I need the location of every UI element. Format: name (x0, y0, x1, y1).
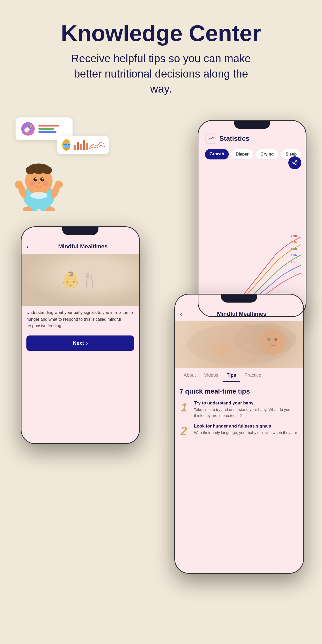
svg-point-37 (274, 338, 277, 341)
svg-point-4 (43, 166, 52, 174)
back-arrow-right[interactable]: ‹ (180, 310, 182, 318)
tip-text-1: Take time to try and understand your bab… (194, 407, 299, 418)
tip-item-1: 1 Try to understand your baby Take time … (180, 401, 299, 418)
next-button[interactable]: Next › (26, 335, 134, 351)
line-red (38, 125, 59, 127)
line-green (38, 128, 54, 130)
bar-2 (77, 142, 79, 150)
phone-mindful-left: ‹ Mindful Mealtimes Understanding what y… (21, 226, 140, 444)
phone-stats: Statistics Growth Diaper Crying Sleep Fo… (198, 120, 306, 317)
svg-point-6 (40, 177, 44, 181)
next-arrow-icon: › (86, 340, 88, 346)
tab-crying[interactable]: Crying (256, 149, 279, 159)
svg-point-16 (30, 192, 47, 199)
svg-text:15th: 15th (291, 254, 297, 257)
phone-mindful-right: ‹ Mindful Mealtimes (174, 294, 304, 574)
tip-text-2: With their body language, your baby tell… (194, 430, 299, 436)
article-tabs: About Videos Tips Practice (174, 369, 304, 382)
phone-notch-stats (234, 120, 270, 129)
tip-heading-2: Look for hunger and fullness signals (194, 424, 299, 429)
line-blue (38, 131, 56, 133)
page-subtitle: Receive helpful tips so you can make bet… (70, 51, 252, 97)
article-nav-right: ‹ Mindful Mealtimes (174, 307, 304, 321)
svg-point-41 (217, 348, 220, 351)
svg-line-26 (294, 162, 296, 163)
article-description-left: Understanding what your baby signals to … (21, 306, 140, 333)
article-title-left: Mindful Mealtimes (32, 243, 134, 250)
svg-point-9 (38, 182, 40, 184)
baby-feeding-image (174, 321, 304, 368)
stats-tabs: Growth Diaper Crying Sleep Fo... (203, 149, 301, 159)
svg-point-33 (187, 324, 291, 365)
bar-1 (74, 145, 76, 150)
svg-rect-39 (226, 346, 247, 347)
svg-point-36 (267, 338, 270, 341)
svg-point-24 (296, 164, 297, 165)
article-title-right: Mindful Mealtimes (185, 311, 298, 317)
bar-3 (80, 144, 82, 150)
card-lines (38, 125, 59, 133)
back-arrow-left[interactable]: ‹ (26, 243, 28, 250)
phones-section: 🍼 🥣 (10, 117, 312, 636)
tab-videos[interactable]: Videos (200, 369, 223, 382)
svg-point-11 (43, 181, 48, 187)
svg-text:97th: 97th (291, 234, 297, 237)
svg-point-23 (293, 162, 294, 164)
svg-rect-32 (174, 321, 304, 368)
tip-content-1: Try to understand your baby Take time to… (194, 401, 299, 418)
bar-4 (83, 140, 85, 150)
tab-practice[interactable]: Practice (240, 369, 265, 382)
svg-point-21 (213, 137, 214, 138)
next-label: Next (73, 340, 84, 346)
tips-title: 7 quick meal-time tips (180, 387, 299, 395)
article-screen-right: ‹ Mindful Mealtimes (174, 294, 304, 574)
svg-point-8 (42, 178, 44, 180)
line-chart-svg (89, 140, 105, 150)
tab-tips[interactable]: Tips (223, 369, 240, 382)
stats-icon (205, 133, 216, 144)
stats-header: Statistics (203, 133, 301, 144)
svg-point-5 (33, 177, 37, 181)
tab-diaper[interactable]: Diaper (231, 149, 254, 159)
stats-screen: Statistics Growth Diaper Crying Sleep Fo… (198, 120, 306, 317)
tips-section: 7 quick meal-time tips 1 Try to understa… (174, 382, 304, 447)
header-section: Knowledge Center Receive helpful tips so… (61, 21, 261, 97)
svg-point-3 (26, 166, 35, 174)
tip-content-2: Look for hunger and fullness signals Wit… (194, 424, 299, 436)
svg-point-14 (15, 181, 23, 189)
phone-notch-right (221, 294, 257, 303)
baby-feeding-bg-left (21, 254, 140, 306)
svg-point-10 (29, 181, 35, 187)
page-title: Knowledge Center (61, 21, 261, 46)
mini-chart (74, 140, 105, 150)
article-screen-left: ‹ Mindful Mealtimes Understanding what y… (21, 226, 140, 444)
floating-card-2: 🥣 (57, 136, 109, 154)
svg-point-22 (296, 160, 297, 162)
article-image-left (21, 254, 140, 306)
bar-5 (86, 143, 88, 150)
tip-item-2: 2 Look for hunger and fullness signals W… (180, 424, 299, 437)
article-image-right (174, 321, 304, 368)
phone-notch-left (62, 226, 98, 235)
tab-growth[interactable]: Growth (205, 149, 229, 159)
article-nav-left: ‹ Mindful Mealtimes (21, 239, 140, 254)
page-container: Knowledge Center Receive helpful tips so… (0, 0, 322, 644)
bottle-icon: 🍼 (21, 122, 35, 136)
svg-text:2: 2 (180, 424, 187, 437)
svg-point-7 (35, 178, 37, 180)
share-button[interactable] (288, 156, 301, 169)
svg-point-15 (55, 181, 63, 189)
svg-line-25 (294, 163, 296, 164)
bowl-icon: 🥣 (62, 139, 70, 151)
tip-number-2: 2 (180, 424, 190, 437)
svg-point-34 (234, 324, 296, 355)
svg-text:1: 1 (181, 401, 187, 414)
stats-title: Statistics (219, 135, 249, 143)
tab-about[interactable]: About (180, 369, 200, 382)
svg-point-38 (211, 343, 231, 356)
svg-point-40 (246, 344, 253, 348)
tip-heading-1: Try to understand your baby (194, 401, 299, 406)
tip-number-1: 1 (180, 401, 190, 414)
svg-point-35 (260, 329, 286, 355)
baby-illustration (10, 154, 67, 211)
